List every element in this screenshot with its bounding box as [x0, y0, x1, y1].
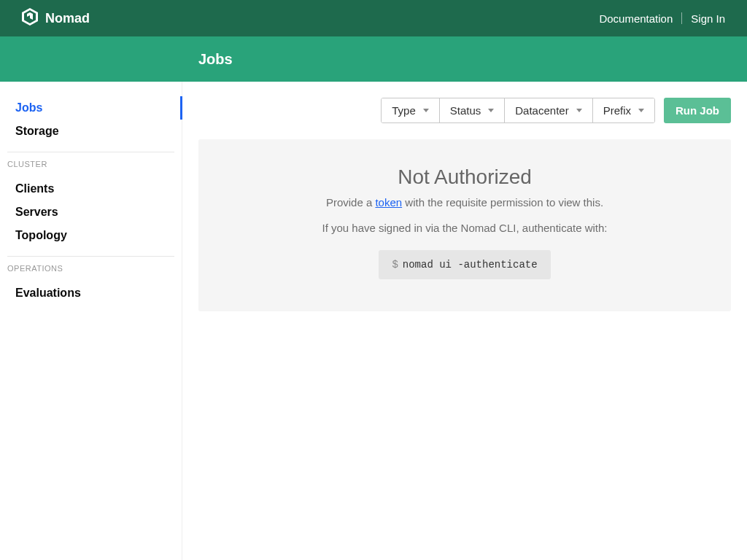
error-suffix: with the requisite permission to view th…	[402, 196, 603, 209]
error-prefix: Provide a	[326, 196, 376, 209]
content-area: Jobs Storage CLUSTER Clients Servers Top…	[0, 82, 747, 560]
token-link[interactable]: token	[375, 196, 402, 209]
sidebar-item-label: Evaluations	[15, 287, 81, 299]
sidebar-item-label: Topology	[15, 229, 67, 241]
topbar-right: Documentation Sign In	[599, 12, 725, 25]
sidebar-section-cluster: CLUSTER	[7, 152, 174, 174]
sidebar-item-label: Servers	[15, 206, 58, 218]
page-title: Jobs	[198, 51, 233, 68]
sidebar-item-servers[interactable]: Servers	[7, 201, 174, 224]
run-job-button[interactable]: Run Job	[664, 98, 731, 123]
chevron-down-icon	[488, 109, 494, 112]
sidebar-item-jobs[interactable]: Jobs	[7, 96, 174, 120]
filter-datacenter[interactable]: Datacenter	[505, 98, 592, 122]
filter-label: Status	[450, 104, 481, 117]
error-provide-text: Provide a token with the requisite permi…	[213, 196, 716, 209]
filter-type[interactable]: Type	[382, 98, 440, 122]
filter-group: Type Status Datacenter Prefix	[381, 98, 655, 123]
nomad-logo-icon	[22, 8, 38, 28]
topbar: Nomad Documentation Sign In	[0, 0, 747, 36]
not-authorized-panel: Not Authorized Provide a token with the …	[198, 139, 731, 311]
brand[interactable]: Nomad	[22, 8, 90, 28]
error-title: Not Authorized	[213, 166, 716, 189]
brand-name: Nomad	[45, 11, 90, 26]
sidebar-item-topology[interactable]: Topology	[7, 224, 174, 247]
chevron-down-icon	[423, 109, 429, 112]
cli-prompt: $	[392, 259, 398, 271]
sidebar-item-clients[interactable]: Clients	[7, 177, 174, 201]
chevron-down-icon	[638, 109, 644, 112]
sidebar-item-label: Clients	[15, 182, 54, 195]
sidebar-section-operations: OPERATIONS	[7, 256, 174, 279]
main: Type Status Datacenter Prefix Run Job	[182, 82, 747, 560]
filter-label: Datacenter	[515, 104, 568, 117]
cli-command-text: nomad ui -authenticate	[403, 259, 538, 271]
subheader: Jobs	[0, 36, 747, 82]
cli-command: $nomad ui -authenticate	[379, 250, 550, 279]
error-cli-hint: If you have signed in via the Nomad CLI,…	[213, 222, 716, 234]
filter-label: Type	[392, 104, 416, 117]
filter-status[interactable]: Status	[440, 98, 506, 122]
chevron-down-icon	[576, 109, 582, 112]
sidebar-item-storage[interactable]: Storage	[7, 120, 174, 143]
documentation-link[interactable]: Documentation	[599, 12, 673, 25]
sidebar-item-evaluations[interactable]: Evaluations	[7, 281, 174, 305]
toolbar: Type Status Datacenter Prefix Run Job	[198, 98, 731, 123]
sidebar: Jobs Storage CLUSTER Clients Servers Top…	[0, 82, 182, 560]
sidebar-item-label: Jobs	[15, 101, 42, 114]
filter-label: Prefix	[603, 104, 631, 117]
topbar-divider	[681, 12, 682, 24]
sidebar-item-label: Storage	[15, 125, 59, 137]
signin-link[interactable]: Sign In	[691, 12, 725, 25]
filter-prefix[interactable]: Prefix	[593, 98, 654, 122]
